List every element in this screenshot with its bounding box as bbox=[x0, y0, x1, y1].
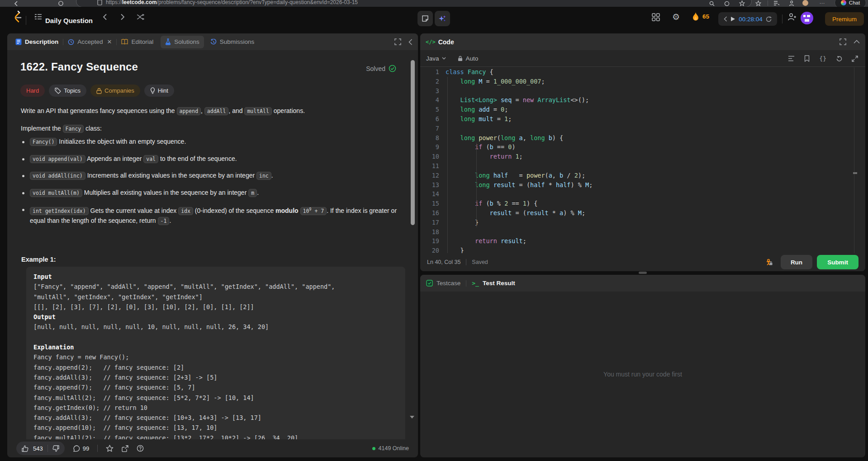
collections-icon[interactable] bbox=[755, 0, 761, 6]
brackets-icon[interactable]: {} bbox=[819, 55, 826, 62]
timer-play-icon[interactable] bbox=[730, 16, 735, 22]
editor-scrollbar-track[interactable] bbox=[854, 67, 854, 253]
timer-collapse-icon[interactable] bbox=[724, 16, 727, 22]
debugger-icon[interactable] bbox=[765, 259, 773, 266]
saved-status: Saved bbox=[472, 259, 488, 265]
problem-tabbar: Description Accepted ✕ Editorial Solutio… bbox=[7, 33, 418, 50]
code-line: 4 List<Long> seq = new ArrayList<>(); bbox=[420, 95, 865, 105]
editor-statusbar: Ln 40, Col 35 Saved Run Submit bbox=[420, 253, 865, 271]
random-question-icon[interactable] bbox=[137, 14, 144, 20]
fullscreen-editor-icon[interactable] bbox=[852, 56, 858, 62]
problem-scrollbar[interactable] bbox=[411, 60, 415, 225]
expand-code-icon[interactable] bbox=[840, 38, 846, 45]
example-line: fancy.append(10); // fancy sequence: [13… bbox=[33, 423, 398, 433]
run-button[interactable]: Run bbox=[781, 255, 812, 269]
reset-code-icon[interactable] bbox=[836, 56, 842, 62]
collapse-panel-icon[interactable] bbox=[408, 39, 413, 45]
vote-group: 543 bbox=[16, 442, 65, 455]
settings-gear-icon[interactable]: ⚙ bbox=[672, 12, 680, 22]
example-line: fancy.addAll(3); // fancy sequence: [10+… bbox=[33, 413, 398, 423]
star-icon bbox=[106, 445, 114, 452]
browser-address-field[interactable]: https://leetcode.com/problems/fancy-sequ… bbox=[76, 0, 752, 7]
reading-list-icon[interactable] bbox=[773, 1, 780, 6]
favorite-star-icon[interactable] bbox=[739, 0, 745, 6]
panel-resize-handle[interactable] bbox=[639, 272, 647, 274]
add-friend-icon[interactable] bbox=[788, 13, 797, 21]
share-icon bbox=[122, 445, 128, 452]
companies-chip[interactable]: Companies bbox=[90, 85, 140, 97]
notes-button[interactable] bbox=[417, 11, 433, 26]
language-selector[interactable]: Java bbox=[426, 55, 446, 62]
dashboard-grid-icon[interactable] bbox=[652, 13, 660, 21]
user-avatar[interactable] bbox=[801, 12, 813, 24]
tab-testcase[interactable]: Testcase bbox=[426, 280, 460, 287]
bullet-item: void multAll(m) Multiplies all existing … bbox=[30, 188, 405, 198]
format-icon[interactable] bbox=[788, 56, 795, 61]
hint-chip[interactable]: Hint bbox=[144, 85, 174, 97]
code-editor[interactable]: 1class Fancy {2 long M = 1_000_000_007;3… bbox=[420, 67, 865, 271]
search-icon[interactable] bbox=[709, 1, 715, 6]
nav-divider bbox=[26, 16, 26, 25]
example-block: Input["Fancy", "append", "addAll", "appe… bbox=[26, 267, 405, 439]
code-line: 17 } bbox=[420, 218, 865, 227]
example-label: Example 1: bbox=[21, 256, 56, 263]
browser-menu-icon[interactable]: ... bbox=[820, 0, 825, 5]
browser-reload-icon[interactable] bbox=[58, 0, 64, 6]
submit-button[interactable]: Submit bbox=[817, 255, 859, 269]
difficulty-badge[interactable]: Hard bbox=[20, 85, 45, 97]
browser-back-icon[interactable] bbox=[14, 1, 20, 6]
browser-avatar[interactable] bbox=[802, 0, 808, 6]
comments-button[interactable]: 99 bbox=[73, 445, 89, 452]
feedback-button[interactable] bbox=[137, 445, 144, 452]
solved-status: Solved bbox=[366, 65, 396, 72]
leetcode-logo[interactable] bbox=[12, 10, 22, 23]
browser-url-bar: https://leetcode.com/problems/fancy-sequ… bbox=[0, 0, 868, 7]
tab-accepted[interactable]: Accepted ✕ bbox=[63, 36, 116, 48]
topics-chip[interactable]: Topics bbox=[49, 85, 86, 97]
example-line: "multAll", "getIndex", "getIndex", "getI… bbox=[33, 292, 398, 302]
streak-count[interactable]: 65 bbox=[702, 13, 709, 20]
thumbs-down-icon[interactable] bbox=[52, 445, 59, 452]
daily-question-label[interactable]: Daily Question bbox=[45, 17, 93, 24]
example-line: Explanation bbox=[33, 342, 398, 352]
timer-widget[interactable]: 00:28:04 bbox=[718, 12, 777, 26]
ai-assistant-button[interactable] bbox=[435, 11, 450, 26]
profile-icon[interactable] bbox=[789, 0, 794, 6]
tab-test-result[interactable]: >_ Test Result bbox=[472, 280, 515, 287]
bullet-item: int getIndex(idx) Gets the current value… bbox=[30, 205, 405, 226]
url-text: https://leetcode.com/problems/fancy-sequ… bbox=[106, 0, 358, 5]
copilot-chat-button[interactable]: Chat bbox=[835, 0, 866, 7]
tab-submissions[interactable]: Submissions bbox=[206, 36, 259, 48]
tab-editorial[interactable]: Editorial bbox=[117, 36, 158, 48]
note-icon bbox=[422, 15, 429, 22]
scroll-down-icon[interactable] bbox=[410, 416, 414, 419]
timer-reset-icon[interactable] bbox=[766, 16, 772, 22]
problem-list-icon[interactable] bbox=[34, 14, 42, 20]
code-line: 9 if (b == 0) bbox=[420, 142, 865, 152]
split-screen-icon[interactable] bbox=[724, 1, 730, 6]
tab-solutions[interactable]: Solutions bbox=[161, 36, 204, 48]
nav-divider-2 bbox=[782, 14, 783, 24]
prev-question-icon[interactable] bbox=[103, 14, 107, 20]
streak-flame-icon[interactable] bbox=[692, 12, 699, 21]
page-info-icon[interactable] bbox=[97, 0, 102, 5]
premium-button[interactable]: Premium bbox=[825, 12, 864, 26]
leetcode-app: https://leetcode.com/problems/fancy-sequ… bbox=[0, 0, 868, 461]
next-question-icon[interactable] bbox=[120, 14, 125, 20]
tab-description[interactable]: Description bbox=[11, 36, 63, 48]
example-line: fancy.append(2); // fancy sequence: [2] bbox=[33, 362, 398, 372]
auto-toggle[interactable]: Auto bbox=[458, 55, 479, 62]
collapse-code-icon[interactable] bbox=[854, 40, 860, 44]
expand-panel-icon[interactable] bbox=[394, 38, 401, 45]
like-count: 543 bbox=[33, 445, 43, 452]
share-button[interactable] bbox=[122, 445, 128, 452]
editor-scrollbar-thumb[interactable] bbox=[853, 172, 857, 174]
problem-title: 1622. Fancy Sequence bbox=[20, 61, 138, 73]
bookmark-icon[interactable] bbox=[804, 55, 810, 62]
favorite-button[interactable] bbox=[106, 445, 114, 452]
close-accepted-icon[interactable]: ✕ bbox=[107, 38, 112, 45]
example-line: fancy.getIndex(0); // return 10 bbox=[33, 403, 398, 413]
testcase-icon bbox=[426, 280, 433, 287]
thumbs-up-icon[interactable] bbox=[22, 445, 28, 452]
code-line: 13 long result = (half * half) % M; bbox=[420, 180, 865, 190]
